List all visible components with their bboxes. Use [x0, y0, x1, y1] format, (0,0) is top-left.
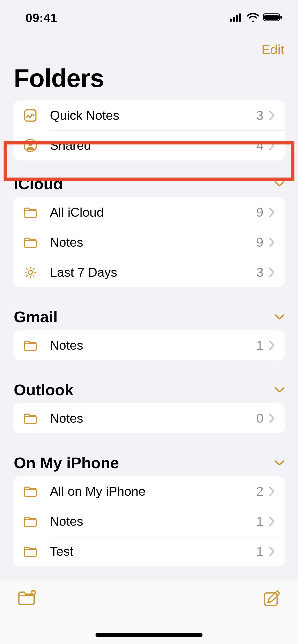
folder-row-quick-notes[interactable]: Quick Notes 3 — [13, 100, 285, 130]
folder-count: 9 — [256, 205, 263, 220]
folder-row-gmail-notes[interactable]: Notes 1 — [13, 330, 285, 360]
folder-label: Test — [50, 544, 256, 559]
folder-count: 4 — [256, 138, 263, 153]
svg-rect-0 — [230, 19, 232, 22]
folder-icon — [23, 544, 38, 559]
section-header-on-my-iphone[interactable]: On My iPhone — [0, 444, 298, 476]
chevron-right-icon — [269, 547, 275, 556]
folder-row-iphone-notes[interactable]: Notes 1 — [13, 506, 285, 536]
folder-label: Notes — [50, 338, 256, 353]
svg-rect-2 — [236, 15, 238, 22]
folder-count: 3 — [256, 108, 263, 123]
section-title: iCloud — [14, 175, 63, 193]
chevron-down-icon — [275, 181, 284, 187]
folder-icon — [23, 484, 38, 499]
chevron-down-icon — [275, 460, 284, 466]
folder-count: 0 — [256, 411, 263, 426]
folder-icon — [23, 514, 38, 529]
section-header-gmail[interactable]: Gmail — [0, 298, 298, 330]
section-header-icloud[interactable]: iCloud — [0, 160, 298, 197]
svg-rect-1 — [233, 17, 235, 22]
status-bar: 09:41 — [0, 0, 298, 36]
icloud-folder-group: All iCloud 9 Notes 9 Last 7 Days 3 — [13, 197, 285, 287]
section-header-outlook[interactable]: Outlook — [0, 371, 298, 403]
outlook-folder-group: Notes 0 — [13, 403, 285, 433]
folder-row-all-on-my-iphone[interactable]: All on My iPhone 2 — [13, 476, 285, 506]
edit-button[interactable]: Edit — [261, 42, 284, 57]
svg-rect-5 — [264, 15, 279, 20]
quicknotes-icon — [23, 108, 38, 123]
page-title: Folders — [0, 64, 298, 100]
folder-label: Notes — [50, 235, 256, 250]
folder-label: Notes — [50, 514, 256, 529]
folder-row-last-7-days[interactable]: Last 7 Days 3 — [13, 257, 285, 287]
folder-row-shared[interactable]: Shared 4 — [13, 130, 285, 160]
folder-count: 3 — [256, 265, 263, 280]
gmail-folder-group: Notes 1 — [13, 330, 285, 360]
folder-icon — [23, 235, 38, 250]
chevron-right-icon — [269, 414, 275, 423]
folder-row-outlook-notes[interactable]: Notes 0 — [13, 403, 285, 433]
chevron-down-icon — [275, 314, 284, 320]
folder-icon — [23, 411, 38, 426]
status-time: 09:41 — [25, 11, 57, 25]
folder-label: Quick Notes — [50, 108, 256, 123]
chevron-right-icon — [269, 487, 275, 496]
chevron-right-icon — [269, 517, 275, 526]
chevron-down-icon — [275, 387, 284, 393]
folder-label: Last 7 Days — [50, 265, 256, 280]
chevron-right-icon — [269, 111, 275, 120]
svg-rect-12 — [264, 593, 277, 606]
nav-bar: Edit — [0, 36, 298, 64]
chevron-right-icon — [269, 341, 275, 350]
svg-point-10 — [28, 270, 32, 274]
chevron-right-icon — [269, 268, 275, 277]
person-icon — [23, 138, 38, 153]
wifi-icon — [247, 13, 259, 23]
folder-count: 9 — [256, 235, 263, 250]
section-title: On My iPhone — [14, 454, 119, 472]
folder-row-test[interactable]: Test 1 — [13, 536, 285, 566]
chevron-right-icon — [269, 208, 275, 217]
folder-row-icloud-notes[interactable]: Notes 9 — [13, 227, 285, 257]
folder-row-all-icloud[interactable]: All iCloud 9 — [13, 197, 285, 227]
folder-label: All iCloud — [50, 205, 256, 220]
folder-icon — [23, 205, 38, 220]
folder-count: 2 — [256, 484, 263, 499]
section-title: Outlook — [14, 381, 73, 399]
on-my-iphone-folder-group: All on My iPhone 2 Notes 1 Test 1 — [13, 476, 285, 566]
new-folder-button[interactable] — [17, 590, 37, 607]
battery-icon — [263, 13, 283, 23]
folder-icon — [23, 338, 38, 353]
chevron-right-icon — [269, 141, 275, 150]
gear-icon — [23, 265, 38, 280]
status-indicators — [230, 13, 283, 23]
top-folder-group: Quick Notes 3 Shared 4 — [13, 100, 285, 160]
folder-count: 1 — [256, 544, 263, 559]
folder-label: Shared — [50, 138, 256, 153]
section-title: Gmail — [14, 308, 58, 326]
svg-rect-6 — [280, 16, 282, 19]
cellular-icon — [230, 13, 243, 23]
folder-count: 1 — [256, 338, 263, 353]
svg-point-9 — [28, 142, 32, 146]
folder-label: Notes — [50, 411, 256, 426]
compose-button[interactable] — [263, 590, 281, 609]
folder-label: All on My iPhone — [50, 484, 256, 499]
folder-count: 1 — [256, 514, 263, 529]
chevron-right-icon — [269, 238, 275, 247]
svg-rect-3 — [239, 13, 241, 22]
home-indicator[interactable] — [96, 633, 202, 637]
